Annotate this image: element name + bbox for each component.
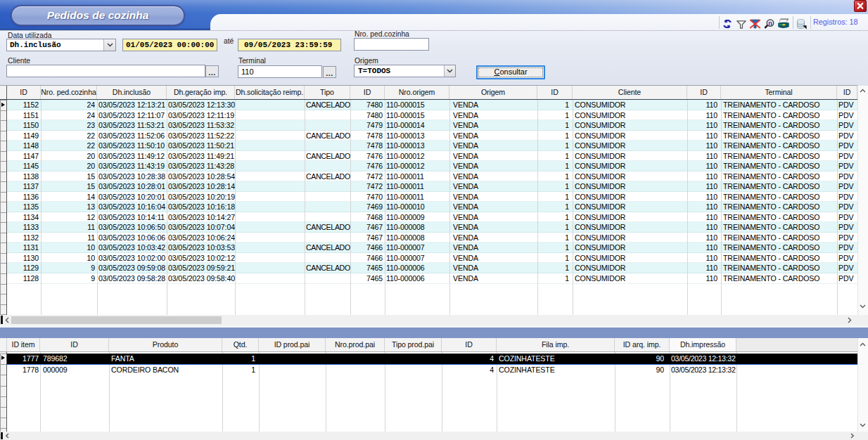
svg-text:n: n: [768, 20, 772, 27]
